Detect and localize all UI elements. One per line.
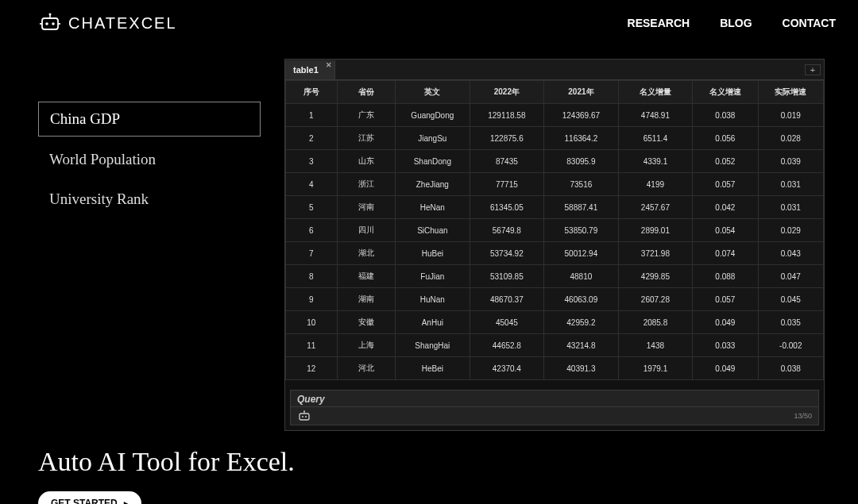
nav-research[interactable]: RESEARCH xyxy=(628,17,690,29)
table-cell[interactable]: 0.033 xyxy=(693,334,758,357)
table-cell[interactable]: 12 xyxy=(286,357,338,380)
table-cell[interactable]: 48810 xyxy=(544,265,619,288)
table-cell[interactable]: 53109.85 xyxy=(470,265,544,288)
table-cell[interactable]: 7 xyxy=(286,242,338,265)
table-cell[interactable]: 0.042 xyxy=(693,196,758,219)
table-cell[interactable]: ZheJiang xyxy=(396,173,470,196)
table-cell[interactable]: 四川 xyxy=(337,219,395,242)
column-header[interactable]: 名义增量 xyxy=(618,81,693,104)
table-cell[interactable]: 0.049 xyxy=(693,357,758,380)
table-cell[interactable]: 40391.3 xyxy=(544,357,619,380)
close-icon[interactable]: ✕ xyxy=(326,61,332,69)
table-cell[interactable]: 广东 xyxy=(337,104,395,127)
table-cell[interactable]: 0.038 xyxy=(758,357,823,380)
column-header[interactable]: 名义增速 xyxy=(693,81,758,104)
table-cell[interactable]: 42959.2 xyxy=(544,311,619,334)
table-row[interactable]: 4浙江ZheJiang777157351641990.0570.031 xyxy=(286,173,824,196)
table-row[interactable]: 1广东GuangDong129118.58124369.674748.910.0… xyxy=(286,104,824,127)
table-cell[interactable]: 0.088 xyxy=(693,265,758,288)
table-cell[interactable]: JiangSu xyxy=(396,127,470,150)
table-cell[interactable]: 0.047 xyxy=(758,265,823,288)
table-cell[interactable]: 2085.8 xyxy=(618,311,693,334)
sidebar-item-world-population[interactable]: World Population xyxy=(38,143,261,176)
table-cell[interactable]: 0.031 xyxy=(758,196,823,219)
table-cell[interactable]: 83095.9 xyxy=(544,150,619,173)
sidebar-item-china-gdp[interactable]: China GDP xyxy=(38,102,261,137)
table-cell[interactable]: HuBei xyxy=(396,242,470,265)
table-cell[interactable]: 0.028 xyxy=(758,127,823,150)
table-row[interactable]: 3山东ShanDong8743583095.94339.10.0520.039 xyxy=(286,150,824,173)
table-cell[interactable]: 1 xyxy=(286,104,338,127)
table-cell[interactable]: 56749.8 xyxy=(470,219,544,242)
table-cell[interactable]: HeBei xyxy=(396,357,470,380)
table-cell[interactable]: 浙江 xyxy=(337,173,395,196)
table-cell[interactable]: 1438 xyxy=(618,334,693,357)
table-cell[interactable]: 129118.58 xyxy=(470,104,544,127)
table-cell[interactable]: 0.056 xyxy=(693,127,758,150)
table-cell[interactable]: 2899.01 xyxy=(618,219,693,242)
table-cell[interactable]: 77715 xyxy=(470,173,544,196)
add-tab-button[interactable]: + xyxy=(805,64,821,75)
table-cell[interactable]: -0.002 xyxy=(758,334,823,357)
table-cell[interactable]: 73516 xyxy=(544,173,619,196)
table-cell[interactable]: 2457.67 xyxy=(618,196,693,219)
table-cell[interactable]: 53734.92 xyxy=(470,242,544,265)
table-cell[interactable]: 61345.05 xyxy=(470,196,544,219)
table-cell[interactable]: 53850.79 xyxy=(544,219,619,242)
table-cell[interactable]: 4199 xyxy=(618,173,693,196)
table-cell[interactable]: 0.038 xyxy=(693,104,758,127)
table-cell[interactable]: 0.057 xyxy=(693,288,758,311)
table-cell[interactable]: 116364.2 xyxy=(544,127,619,150)
sidebar-item-university-rank[interactable]: University Rank xyxy=(38,183,261,216)
table-cell[interactable]: 87435 xyxy=(470,150,544,173)
table-row[interactable]: 5河南HeNan61345.0558887.412457.670.0420.03… xyxy=(286,196,824,219)
table-cell[interactable]: GuangDong xyxy=(396,104,470,127)
table-cell[interactable]: 2 xyxy=(286,127,338,150)
table-cell[interactable]: 0.035 xyxy=(758,311,823,334)
table-cell[interactable]: 江苏 xyxy=(337,127,395,150)
table-cell[interactable]: 9 xyxy=(286,288,338,311)
table-cell[interactable]: 0.043 xyxy=(758,242,823,265)
column-header[interactable]: 省份 xyxy=(337,81,395,104)
table-row[interactable]: 11上海ShangHai44652.843214.814380.033-0.00… xyxy=(286,334,824,357)
table-cell[interactable]: 0.039 xyxy=(758,150,823,173)
table-cell[interactable]: 11 xyxy=(286,334,338,357)
table-cell[interactable]: 42370.4 xyxy=(470,357,544,380)
table-cell[interactable]: 3721.98 xyxy=(618,242,693,265)
table-cell[interactable]: 3 xyxy=(286,150,338,173)
brand-logo[interactable]: CHATEXCEL xyxy=(38,13,177,33)
table-cell[interactable]: 44652.8 xyxy=(470,334,544,357)
table-cell[interactable]: 0.054 xyxy=(693,219,758,242)
table-cell[interactable]: 湖南 xyxy=(337,288,395,311)
table-cell[interactable]: 安徽 xyxy=(337,311,395,334)
table-row[interactable]: 10安徽AnHui4504542959.22085.80.0490.035 xyxy=(286,311,824,334)
table-cell[interactable]: 4748.91 xyxy=(618,104,693,127)
table-cell[interactable]: 45045 xyxy=(470,311,544,334)
table-cell[interactable]: 0.057 xyxy=(693,173,758,196)
table-cell[interactable]: 48670.37 xyxy=(470,288,544,311)
table-cell[interactable]: 10 xyxy=(286,311,338,334)
table-cell[interactable]: 8 xyxy=(286,265,338,288)
column-header[interactable]: 英文 xyxy=(396,81,470,104)
table-cell[interactable]: 6 xyxy=(286,219,338,242)
table-cell[interactable]: 山东 xyxy=(337,150,395,173)
table-row[interactable]: 8福建FuJian53109.85488104299.850.0880.047 xyxy=(286,265,824,288)
tab-table1[interactable]: table1 ✕ xyxy=(285,60,335,79)
column-header[interactable]: 2021年 xyxy=(544,81,619,104)
column-header[interactable]: 序号 xyxy=(286,81,338,104)
table-cell[interactable]: ShangHai xyxy=(396,334,470,357)
table-cell[interactable]: 0.052 xyxy=(693,150,758,173)
table-cell[interactable]: HuNan xyxy=(396,288,470,311)
table-cell[interactable]: 4 xyxy=(286,173,338,196)
table-cell[interactable]: 46063.09 xyxy=(544,288,619,311)
table-row[interactable]: 7湖北HuBei53734.9250012.943721.980.0740.04… xyxy=(286,242,824,265)
query-input-row[interactable]: 13/50 xyxy=(291,407,818,425)
column-header[interactable]: 实际增速 xyxy=(758,81,823,104)
table-cell[interactable]: 0.045 xyxy=(758,288,823,311)
table-cell[interactable]: 0.049 xyxy=(693,311,758,334)
table-cell[interactable]: 4339.1 xyxy=(618,150,693,173)
table-row[interactable]: 9湖南HuNan48670.3746063.092607.280.0570.04… xyxy=(286,288,824,311)
table-cell[interactable]: 湖北 xyxy=(337,242,395,265)
table-row[interactable]: 2江苏JiangSu122875.6116364.26511.40.0560.0… xyxy=(286,127,824,150)
table-cell[interactable]: 124369.67 xyxy=(544,104,619,127)
